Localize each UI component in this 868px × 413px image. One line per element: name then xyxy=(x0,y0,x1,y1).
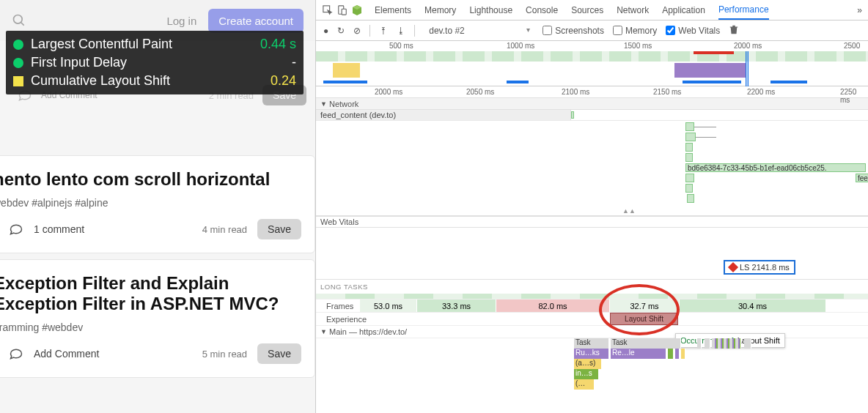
cls-label: Cumulative Layout Shift xyxy=(31,73,263,89)
overview-tick: 1500 ms xyxy=(624,42,652,50)
webvitals-section-header[interactable]: Web Vitals xyxy=(316,216,868,228)
inspect-icon[interactable] xyxy=(322,4,334,16)
fid-label: First Input Delay xyxy=(31,55,284,70)
tab-memory[interactable]: Memory xyxy=(424,0,456,20)
layout-shift-marker[interactable]: LS 2141.8 ms xyxy=(724,260,795,275)
flame-task[interactable]: Task xyxy=(611,338,681,349)
frame-segment[interactable]: 82.0 ms xyxy=(496,299,610,312)
svg-rect-4 xyxy=(342,9,346,15)
flame-chart[interactable]: Task Task Ru…ks Re…le (a…s) in…s (… xyxy=(316,338,868,397)
network-item[interactable]: bd6e6384-7c33-45b5-b1ef-ead06cb5ce25. xyxy=(685,163,866,172)
screenshots-checkbox[interactable]: Screenshots xyxy=(542,26,604,36)
save-icon[interactable]: ⭳ xyxy=(397,26,405,36)
diamond-icon xyxy=(728,262,738,272)
overview-selection[interactable] xyxy=(746,51,749,86)
frame-segment[interactable]: 53.0 ms xyxy=(360,299,417,312)
more-tabs-icon[interactable]: » xyxy=(857,5,862,15)
tab-console[interactable]: Console xyxy=(526,0,558,20)
tab-lighthouse[interactable]: Lighthouse xyxy=(469,0,512,20)
tab-sources[interactable]: Sources xyxy=(571,0,603,20)
long-tasks-label: LONG TASKS xyxy=(316,280,868,294)
clear-icon[interactable]: ⊘ xyxy=(353,26,361,36)
post-title[interactable]: nento lento com scroll horizontal xyxy=(0,169,301,190)
cube-icon[interactable] xyxy=(351,4,363,16)
flame-task[interactable]: Task xyxy=(574,338,609,349)
network-label: Network xyxy=(329,100,358,108)
status-square-warn xyxy=(13,76,23,86)
post-title[interactable]: Exception Filter and Explain Exception F… xyxy=(0,273,301,314)
status-dot-good xyxy=(13,58,23,68)
overview-tick: 2000 ms xyxy=(734,42,762,50)
recording-dropdown[interactable]: dev.to #2 xyxy=(424,23,534,38)
overview-tick: 500 ms xyxy=(389,42,413,50)
trash-icon[interactable] xyxy=(729,24,739,37)
timeline-tick: 2150 ms xyxy=(653,88,681,96)
network-request-label[interactable]: feed_content (dev.to) xyxy=(316,110,571,120)
cls-value: 0.24 xyxy=(271,73,296,89)
network-waterfall[interactable]: bd6e6384-7c33-45b5-b1ef-ead06cb5ce25. fe… xyxy=(316,121,868,216)
performance-toolbar: ● ↻ ⊘ ⭱ ⭳ dev.to #2 Screenshots Memory W… xyxy=(316,21,868,41)
tab-performance[interactable]: Performance xyxy=(718,0,769,20)
timeline-ruler[interactable]: 2000 ms 2050 ms 2100 ms 2150 ms 2200 ms … xyxy=(316,86,868,98)
main-thread-label: Main — https://dev.to/ xyxy=(329,327,407,336)
collapse-indicator[interactable]: ▲▲ xyxy=(622,207,636,215)
comment-icon[interactable] xyxy=(9,346,23,361)
overview-tick: 1000 ms xyxy=(507,42,534,50)
post-tags[interactable]: gramming #webdev xyxy=(0,321,301,333)
frames-track[interactable]: Frames 53.0 ms 33.3 ms 82.0 ms 32.7 ms 3… xyxy=(316,299,868,313)
long-tasks-track[interactable] xyxy=(316,294,868,299)
record-icon[interactable]: ● xyxy=(323,26,328,36)
webvitals-track[interactable]: LS 2141.8 ms xyxy=(316,228,868,279)
login-link[interactable]: Log in xyxy=(166,15,196,27)
experience-label: Experience xyxy=(316,313,360,325)
devtools-tab-bar: Elements Memory Lighthouse Console Sourc… xyxy=(316,0,868,21)
layout-shift-segment[interactable]: Layout Shift xyxy=(610,313,678,325)
webvitals-label: Web Vitals xyxy=(320,217,358,226)
timeline-tick: 2050 ms xyxy=(466,88,494,96)
read-time: 4 min read xyxy=(202,224,247,235)
post-card[interactable]: Exception Filter and Explain Exception F… xyxy=(0,259,315,378)
device-icon[interactable] xyxy=(336,4,348,16)
add-comment-link[interactable]: Add Comment xyxy=(34,348,99,360)
frame-segment[interactable]: 32.7 ms xyxy=(610,299,680,312)
fid-value: - xyxy=(292,55,296,70)
experience-track[interactable]: Experience Layout Shift xyxy=(316,313,868,326)
frames-label: Frames xyxy=(316,299,360,312)
status-dot-good xyxy=(13,40,23,50)
flame-item[interactable]: in…s xyxy=(574,369,599,379)
flame-item[interactable]: (… xyxy=(574,379,595,390)
tab-elements[interactable]: Elements xyxy=(375,0,411,20)
reload-record-icon[interactable]: ↻ xyxy=(337,26,345,36)
save-button[interactable]: Save xyxy=(257,343,301,364)
timeline-tick: 2200 ms xyxy=(747,88,775,96)
lcp-value: 0.44 s xyxy=(260,37,296,52)
save-button[interactable]: Save xyxy=(257,219,301,239)
post-card[interactable]: nento lento com scroll horizontal webdev… xyxy=(0,155,315,253)
lcp-label: Largest Contentful Paint xyxy=(31,37,253,52)
network-section-header[interactable]: ▼ Network xyxy=(316,98,868,110)
flame-item[interactable]: Ru…ks xyxy=(574,349,609,359)
timeline-tick: 2000 ms xyxy=(375,88,402,96)
tab-application[interactable]: Application xyxy=(662,0,705,20)
frame-segment[interactable]: 30.4 ms xyxy=(680,299,826,312)
frame-segment[interactable]: 33.3 ms xyxy=(417,299,496,312)
flame-item[interactable]: (a…s) xyxy=(574,359,602,369)
core-web-vitals-overlay: Largest Contentful Paint 0.44 s First In… xyxy=(6,31,304,94)
webvitals-checkbox[interactable]: Web Vitals xyxy=(666,26,720,36)
overview-strip[interactable]: 500 ms 1000 ms 1500 ms 2000 ms 2500 ms xyxy=(316,41,868,86)
create-account-button[interactable]: Create account xyxy=(208,9,304,33)
network-item[interactable]: fee xyxy=(856,174,868,182)
disclosure-triangle-icon[interactable]: ▼ xyxy=(320,328,326,335)
comment-count[interactable]: 1 comment xyxy=(34,223,84,235)
memory-checkbox[interactable]: Memory xyxy=(613,26,657,36)
disclosure-triangle-icon[interactable]: ▼ xyxy=(320,100,326,108)
flame-item[interactable]: Re…le xyxy=(611,349,666,359)
load-icon[interactable]: ⭱ xyxy=(379,26,388,36)
comment-icon[interactable] xyxy=(9,222,23,237)
read-time: 5 min read xyxy=(202,349,247,360)
svg-point-0 xyxy=(14,15,23,24)
tab-network[interactable]: Network xyxy=(617,0,649,20)
search-icon[interactable] xyxy=(12,13,26,28)
post-tags[interactable]: webdev #alpinejs #alpine xyxy=(0,197,301,209)
main-section-header[interactable]: ▼ Main — https://dev.to/ xyxy=(316,326,868,338)
